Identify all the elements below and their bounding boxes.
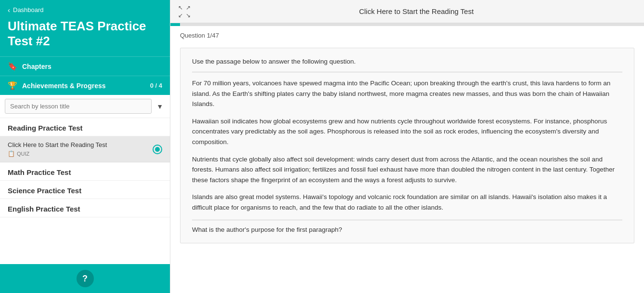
expand-tr-icon[interactable]: ↗ (186, 4, 191, 11)
expand-icons: ↖ ↗ ↙ ↘ (178, 4, 191, 19)
passage-container: Use the passage below to answer the foll… (170, 43, 644, 293)
expand-br-icon[interactable]: ↘ (186, 12, 191, 19)
nav-achievements[interactable]: 🏆 Achievements & Progress 0 / 4 (0, 76, 170, 95)
lesson-item-tag: 📋 QUIZ (8, 150, 107, 157)
lesson-list: Reading Practice Test Click Here to Star… (0, 118, 170, 264)
achievements-badge: 0 / 4 (150, 82, 162, 89)
sidebar-footer: ? (0, 264, 170, 293)
lesson-item-title: Click Here to Start the Reading Test (8, 141, 107, 148)
main-header-title: Click Here to Start the Reading Test (196, 7, 636, 15)
section-math[interactable]: Math Practice Test (0, 162, 170, 181)
nav-chapters-label: Chapters (22, 63, 52, 70)
search-container: ▼ (0, 95, 170, 118)
quiz-tag-icon: 📋 (8, 150, 15, 157)
section-reading[interactable]: Reading Practice Test (0, 118, 170, 136)
back-label: Dashboard (13, 6, 44, 13)
sidebar-nav: 🔖 Chapters 🏆 Achievements & Progress 0 /… (0, 56, 170, 95)
main-header: ↖ ↗ ↙ ↘ Click Here to Start the Reading … (170, 0, 644, 23)
passage-para-4: Islands are also great model systems. Ha… (192, 192, 622, 213)
nav-chapters[interactable]: 🔖 Chapters (0, 56, 170, 76)
section-english[interactable]: English Practice Test (0, 199, 170, 217)
expand-tl-icon[interactable]: ↖ (178, 4, 183, 11)
main-content: ↖ ↗ ↙ ↘ Click Here to Start the Reading … (170, 0, 644, 293)
section-science[interactable]: Science Practice Test (0, 181, 170, 199)
search-input[interactable] (5, 99, 152, 114)
passage-para-3: Nutrients that cycle globally also affec… (192, 154, 622, 186)
passage-divider-bottom (192, 220, 622, 220)
chevron-left-icon: ‹ (8, 6, 10, 14)
lesson-item-reading-quiz[interactable]: Click Here to Start the Reading Test 📋 Q… (0, 136, 170, 162)
passage-intro: Use the passage below to answer the foll… (192, 58, 622, 65)
sidebar: ‹ Dashboard Ultimate TEAS Practice Test … (0, 0, 170, 293)
sidebar-title: Ultimate TEAS Practice Test #2 (8, 19, 162, 49)
question-counter: Question 1/47 (170, 26, 644, 43)
passage-para-2: Hawaiian soil indicates how global ecosy… (192, 116, 622, 147)
nav-achievements-label: Achievements & Progress (22, 82, 106, 90)
passage-question: What is the author's purpose for the fir… (192, 226, 622, 233)
passage-divider-top (192, 72, 622, 72)
expand-bl-icon[interactable]: ↙ (178, 12, 183, 19)
trophy-icon: 🏆 (8, 81, 17, 90)
lesson-progress-circle (153, 145, 162, 154)
back-link[interactable]: ‹ Dashboard (8, 6, 162, 14)
sidebar-header: ‹ Dashboard Ultimate TEAS Practice Test … (0, 0, 170, 56)
search-dropdown-button[interactable]: ▼ (155, 101, 165, 112)
bookmark-icon: 🔖 (8, 62, 17, 71)
passage-para-1: For 70 million years, volcanoes have spe… (192, 78, 622, 109)
help-button[interactable]: ? (77, 270, 94, 287)
passage-box: Use the passage below to answer the foll… (180, 48, 634, 243)
